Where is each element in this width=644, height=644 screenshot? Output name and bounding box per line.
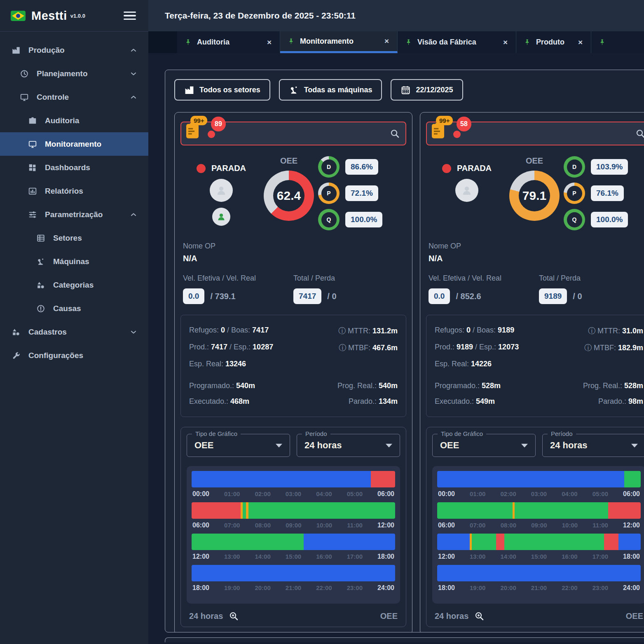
stats-left: Prod.: 7417 / Esp.: 10287 <box>189 343 273 353</box>
machine-status: PARADA <box>442 164 492 173</box>
gauge-q: Q100.0% <box>318 209 404 230</box>
production-stats-box: Refugos: 0 / Boas: 9189ⓘ MTTR: 31.0mProd… <box>426 315 644 417</box>
chart-type-select[interactable]: Tipo de GráficoOEE <box>432 434 536 457</box>
sidebar-item-monitoramento[interactable]: Monitoramento <box>0 132 148 156</box>
stats-row: Esp. Real: 14226 <box>435 360 643 368</box>
close-icon[interactable]: × <box>384 37 390 46</box>
sidebar-item-controle[interactable]: Controle <box>0 85 148 109</box>
chart-footer: 24 horasOEE <box>187 611 400 621</box>
tab-produto[interactable]: Produto× <box>516 31 591 53</box>
chart-type-select-label: Tipo de Gráfico <box>192 430 241 437</box>
tick-label: 23:00 <box>592 584 608 592</box>
close-icon[interactable]: × <box>577 38 583 47</box>
speed-total-row: Vel. Efetiva / Vel. Real0.0/ 739.1Total … <box>180 274 406 304</box>
tick-label: 08:00 <box>255 522 271 529</box>
chevron-down-icon <box>129 328 138 336</box>
stat-label: Esp. Real: <box>189 360 225 368</box>
machine-search-input[interactable] <box>426 122 644 145</box>
tab-monitoramento[interactable]: Monitoramento× <box>280 31 398 53</box>
search-icon[interactable] <box>635 129 644 140</box>
timeline-bar <box>437 502 641 519</box>
tab-stub[interactable] <box>591 31 644 53</box>
sidebar-item-causas[interactable]: Causas <box>0 297 148 320</box>
tick-label: 10:00 <box>562 522 578 529</box>
tick-label: 21:00 <box>531 584 547 592</box>
robot-icon <box>289 85 299 95</box>
close-icon[interactable]: × <box>266 38 272 47</box>
total-rest: / 0 <box>327 292 336 301</box>
tick-label: 17:00 <box>347 553 363 560</box>
tab-vis-o-da-f-brica[interactable]: Visão da Fábrica× <box>398 31 516 53</box>
tab-label: Visão da Fábrica <box>417 38 476 47</box>
stat-label: / Boas: <box>225 326 252 334</box>
stat-label: Prod.: <box>189 343 211 351</box>
period-select[interactable]: Período24 horas <box>542 434 644 457</box>
gauge-q-ring-value: Q <box>321 212 337 227</box>
filter-button-22-12-2025[interactable]: 22/12/2025 <box>391 79 463 101</box>
tick-label: 15:00 <box>531 553 547 560</box>
sidebar-item-dashboards[interactable]: Dashboards <box>0 156 148 179</box>
sidebar-item-m-quinas[interactable]: Máquinas <box>0 250 148 273</box>
gauge-p-ring: P <box>318 183 340 204</box>
sidebar-item-planejamento[interactable]: Planejamento <box>0 62 148 85</box>
sidebar-item-cadastros[interactable]: Cadastros <box>0 320 148 344</box>
tick-label: 18:00 <box>623 553 640 560</box>
chart-footer-left: 24 horas <box>435 611 484 621</box>
stats-row: Prod.: 7417 / Esp.: 10287ⓘ MTBF: 467.6m <box>189 343 398 353</box>
tab-label: Produto <box>536 38 564 47</box>
gauge-d-ring-value: D <box>567 159 582 175</box>
stats-left: Esp. Real: 14226 <box>435 360 492 368</box>
total-rest: / 0 <box>573 292 582 301</box>
chart-type-select[interactable]: Tipo de GráficoOEE <box>187 434 290 457</box>
timeline-segment-red <box>496 534 504 550</box>
stats-left: Refugos: 0 / Boas: 9189 <box>435 326 514 336</box>
sidebar-item-label: Configurações <box>28 351 83 360</box>
caret-down-icon <box>386 444 392 447</box>
factory-icon <box>184 85 194 95</box>
sidebar-item-label: Dashboards <box>45 163 90 172</box>
zoom-in-icon[interactable] <box>474 611 484 621</box>
filter-button-label: Todas as máquinas <box>304 86 372 94</box>
sidebar-item-setores[interactable]: Setores <box>0 226 148 250</box>
sidebar-item-parametriza-o[interactable]: Parametrização <box>0 203 148 226</box>
sidebar-item-configura-es[interactable]: Configurações <box>0 344 148 367</box>
period-select[interactable]: Período24 horas <box>297 434 400 457</box>
status-dot <box>442 164 451 173</box>
close-icon[interactable]: × <box>502 38 508 47</box>
tick-label: 13:00 <box>470 553 485 560</box>
sidebar-item-relat-rios[interactable]: Relatórios <box>0 179 148 203</box>
sidebar-item-categorias[interactable]: Categorias <box>0 273 148 297</box>
op-name-value: N/A <box>426 254 644 263</box>
filter-button-label: Todos os setores <box>199 86 260 94</box>
machine-search-input[interactable] <box>180 122 406 145</box>
total-values: 7417/ 0 <box>293 288 404 304</box>
sidebar-nav: ProduçãoPlanejamentoControleAuditoriaMon… <box>0 32 148 367</box>
filter-button-todas-as-m-quinas[interactable]: Todas as máquinas <box>279 79 382 101</box>
stats-right: Prog. Real.: 540m <box>337 382 398 390</box>
timeline-bar <box>437 565 641 581</box>
stats-left: Esp. Real: 13246 <box>189 360 246 368</box>
monitoring-panel: Todos os setoresTodas as máquinas22/12/2… <box>165 70 644 632</box>
stat-label: Refugos: <box>189 326 221 334</box>
stats-right: Prog. Real.: 528m <box>583 382 643 390</box>
tab-label: Monitoramento <box>300 37 354 46</box>
sidebar-item-auditoria[interactable]: Auditoria <box>0 109 148 132</box>
oee-donut-column: OEE79.1 <box>505 156 564 230</box>
filter-button-todos-os-setores[interactable]: Todos os setores <box>174 79 270 101</box>
search-icon[interactable] <box>390 129 400 140</box>
tick-label: 12:00 <box>192 553 209 560</box>
status-label: PARADA <box>457 164 492 173</box>
op-name-value: N/A <box>180 254 406 263</box>
sidebar-item-produ-o[interactable]: Produção <box>0 38 148 62</box>
main-area: Terça-feira, 23 de Dezembro de 2025 - 23… <box>148 0 644 644</box>
hamburger-menu-icon[interactable] <box>122 10 138 22</box>
timeline-row: 06:0007:0008:0009:0010:0011:0012:00 <box>437 502 641 530</box>
chart-type-text: OEE <box>626 611 643 621</box>
caret-down-icon <box>521 444 528 447</box>
monitor-icon <box>19 93 30 102</box>
tab-auditoria[interactable]: Auditoria× <box>177 31 280 53</box>
zoom-in-icon[interactable] <box>229 611 239 621</box>
calendar-icon <box>400 85 411 95</box>
timeline-bar <box>192 502 395 519</box>
timeline-ticks: 06:0007:0008:0009:0010:0011:0012:00 <box>437 519 641 530</box>
